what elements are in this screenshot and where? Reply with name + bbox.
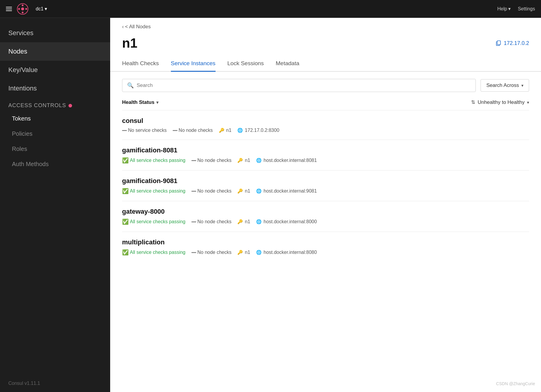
service-name: gateway-8000 [122,208,529,215]
breadcrumb: ‹ < All Nodes [110,18,541,33]
service-address: 🌐 host.docker.internal:8000 [256,219,317,224]
node-name: n1 [245,158,250,163]
sidebar-item-tokens[interactable]: Tokens [0,111,110,126]
service-item[interactable]: gateway-8000 ✅ All service checks passin… [122,201,529,232]
sort-bar: Health Status ▾ ⇅ Unhealthy to Healthy ▾ [110,97,541,110]
node-checks: No node checks [191,188,232,194]
help-label: Help [497,6,507,12]
node-checks-minus-icon [191,191,196,192]
node-name: n1 [226,128,232,133]
service-checks-label: All service checks passing [130,188,185,194]
back-label: < All Nodes [125,24,151,30]
service-checks: ✅ All service checks passing [122,188,185,194]
svg-point-5 [25,8,27,10]
key-icon: 🔑 [237,219,243,224]
svg-rect-7 [497,41,501,45]
main-content: ‹ < All Nodes n1 172.17.0.2 Health Check… [110,18,541,392]
page-title: n1 [122,36,137,51]
consul-version: Consul v1.11.1 [8,381,40,386]
sidebar-item-intentions-label: Intentions [8,85,37,92]
sidebar-item-auth-methods[interactable]: Auth Methods [0,157,110,172]
service-address: 🌐 host.docker.internal:8081 [256,158,317,163]
service-item[interactable]: consul No service checks No node checks … [122,110,529,140]
sort-order-label: Unhealthy to Healthy [478,99,525,105]
service-checks-label: All service checks passing [130,250,185,255]
tab-metadata-label: Metadata [276,60,299,66]
globe-icon: 🌐 [237,128,243,133]
service-meta: No service checks No node checks 🔑 n1 🌐 … [122,128,529,133]
key-icon: 🔑 [237,188,243,194]
node-name: n1 [245,219,250,224]
globe-icon: 🌐 [256,250,262,255]
sidebar-item-intentions[interactable]: Intentions [0,79,110,98]
datacenter-selector[interactable]: dc1 ▾ [36,6,47,12]
sidebar-item-services[interactable]: Services [0,24,110,42]
sidebar-item-roles[interactable]: Roles [0,141,110,157]
node-ref: 🔑 n1 [237,250,250,255]
help-menu[interactable]: Help ▾ [497,6,511,12]
node-checks-label: No node checks [197,250,232,255]
service-name: gamification-9081 [122,177,529,185]
copy-icon [495,40,501,46]
sidebar-item-policies[interactable]: Policies [0,126,110,141]
search-across-label: Search Across [486,82,519,88]
tokens-label: Tokens [12,115,31,122]
sort-order-selector[interactable]: ⇅ Unhealthy to Healthy ▾ [471,99,529,105]
search-input[interactable] [137,82,471,88]
svg-point-3 [22,12,24,13]
service-item[interactable]: gamification-8081 ✅ All service checks p… [122,140,529,170]
svg-point-2 [22,4,24,6]
service-item[interactable]: multiplication ✅ All service checks pass… [122,232,529,262]
node-checks-minus-icon [191,160,196,161]
filter-bar: 🔍 Search Across ▾ [110,72,541,97]
tab-lock-sessions-label: Lock Sessions [227,60,264,66]
sidebar-item-nodes-label: Nodes [8,48,27,55]
node-ip-value: 172.17.0.2 [504,40,529,46]
globe-icon: 🌐 [256,158,262,163]
tab-health-checks-label: Health Checks [122,60,159,66]
node-checks-label: No node checks [197,219,232,224]
hamburger-menu[interactable] [6,7,12,11]
node-checks-label: No node checks [197,188,232,194]
node-tabs: Health Checks Service Instances Lock Ses… [110,57,541,72]
sidebar-item-keyvalue[interactable]: Key/Value [0,61,110,79]
search-across-button[interactable]: Search Across ▾ [481,79,529,92]
back-to-all-nodes[interactable]: ‹ < All Nodes [122,24,151,30]
service-address: 🌐 host.docker.internal:8080 [256,250,317,255]
service-meta: ✅ All service checks passing No node che… [122,249,529,256]
globe-icon: 🌐 [256,188,262,194]
svg-point-1 [21,7,24,10]
globe-icon: 🌐 [256,219,262,224]
service-checks: ✅ All service checks passing [122,157,185,164]
search-icon: 🔍 [127,82,134,89]
node-ref: 🔑 n1 [219,128,232,133]
node-checks: No node checks [173,128,213,133]
node-ref: 🔑 n1 [237,188,250,194]
key-icon: 🔑 [237,250,243,255]
service-checks-label: All service checks passing [130,219,185,224]
health-status-label: Health Status [122,99,155,105]
sidebar-item-nodes[interactable]: Nodes [0,42,110,61]
node-checks-label: No node checks [197,158,232,163]
service-checks-label: No service checks [128,128,167,133]
tab-health-checks[interactable]: Health Checks [122,57,159,72]
service-name: multiplication [122,238,529,246]
node-ref: 🔑 n1 [237,219,250,224]
node-checks: No node checks [191,250,232,255]
help-chevron-icon: ▾ [508,6,511,12]
check-passing-icon: ✅ [122,157,129,164]
node-ip[interactable]: 172.17.0.2 [495,40,529,46]
check-passing-icon: ✅ [122,218,129,225]
tab-metadata[interactable]: Metadata [276,57,299,72]
service-item[interactable]: gamification-9081 ✅ All service checks p… [122,170,529,201]
service-address: 🌐 172.17.0.2:8300 [237,128,279,133]
health-status-filter[interactable]: Health Status ▾ [122,99,158,105]
service-address: 🌐 host.docker.internal:9081 [256,188,317,194]
address-value: host.docker.internal:9081 [264,188,317,194]
sidebar-nav: Services Nodes Key/Value Intentions ACCE… [0,24,110,375]
page-header: n1 172.17.0.2 [110,33,541,57]
tab-service-instances[interactable]: Service Instances [171,57,216,72]
tab-lock-sessions[interactable]: Lock Sessions [227,57,264,72]
settings-link[interactable]: Settings [518,6,535,12]
health-status-chevron-icon: ▾ [156,100,158,105]
